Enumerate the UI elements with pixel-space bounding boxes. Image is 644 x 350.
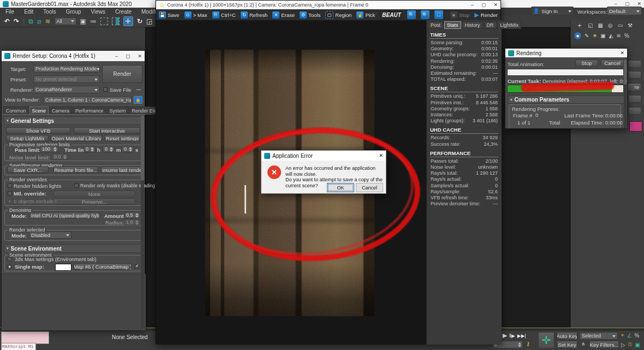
select-and-move-icon[interactable]: ✛ [123, 16, 133, 26]
lights-category-icon[interactable]: ☀ [592, 33, 597, 39]
display-tab-icon[interactable]: ▭ [618, 22, 623, 28]
unlink-selection-icon[interactable]: ⧄ [37, 17, 41, 25]
common-parameters-header[interactable]: ▾ Common Parameters [508, 96, 625, 104]
noise-level-limit-spinner[interactable]: 0,0 [52, 153, 68, 160]
denoising-amount-spinner[interactable]: 0,5 [124, 212, 140, 218]
go-to-end-icon[interactable]: ▶▶| [517, 333, 526, 339]
minimize-icon[interactable]: – [615, 1, 617, 7]
tab-system[interactable]: System [107, 106, 129, 115]
select-object-icon[interactable]: ▣ [80, 17, 86, 25]
render-only-masks-checkbox[interactable] [74, 183, 79, 188]
close-icon[interactable]: ✕ [493, 2, 498, 8]
render-setup-titlebar[interactable]: Render Setup: Corona 4 (Hotfix 1) – ▢ ✕ [2, 51, 145, 61]
menu-file[interactable]: File [5, 9, 14, 15]
vfb-stop-button[interactable]: ■Stop [450, 11, 470, 19]
setup-lightmix-button[interactable]: Setup LightMix [6, 135, 49, 141]
select-and-scale-icon[interactable]: ◲ [146, 17, 152, 25]
pass-limit-spinner[interactable]: 100 [40, 146, 58, 152]
selection-lock-icon[interactable]: ⚿ [628, 341, 633, 348]
set-key-button[interactable]: Set Key [557, 341, 577, 348]
rendering-dialog-scrollbar[interactable] [624, 58, 627, 128]
open-material-library-button[interactable]: Open Material Library [51, 135, 102, 141]
view-to-render-select[interactable]: Column 1, Column 1 - CoronaCamera_ropa f… [43, 96, 132, 104]
tab-history[interactable]: History [462, 21, 483, 29]
percent-snap-icon[interactable]: % [635, 333, 640, 339]
max-settings-radio[interactable] [7, 257, 12, 262]
auto-key-button[interactable]: Auto Key [557, 332, 577, 340]
maxscript-listener-label-field[interactable]: MAXScript Mi [1, 343, 36, 350]
time-limit-h-spinner[interactable]: 0 [84, 146, 96, 152]
close-icon[interactable]: ✕ [138, 54, 142, 59]
panel-button[interactable] [628, 71, 641, 79]
denoising-radius-spinner[interactable]: 1,0 [124, 219, 140, 226]
tab-common[interactable]: Common [3, 106, 29, 115]
vfb-pick-button[interactable]: ☝Pick [356, 11, 375, 19]
vfb-render-button[interactable]: ▶Render [474, 11, 498, 19]
maximize-icon[interactable]: ▢ [481, 2, 486, 8]
utilities-tab-icon[interactable]: ⚒ [628, 22, 633, 28]
undo-icon[interactable]: ↶ [4, 17, 10, 25]
maximize-icon[interactable]: ▢ [126, 54, 130, 59]
select-and-rotate-icon[interactable]: ↻ [137, 17, 142, 25]
render-shortcut-icon[interactable]: ▣ [635, 342, 640, 348]
minimize-icon[interactable]: – [115, 54, 118, 59]
close-icon[interactable]: ✕ [620, 50, 624, 56]
vfb-save-button[interactable]: 💾Save [159, 11, 180, 19]
key-filters-button[interactable]: Key Filters... [589, 341, 619, 348]
error-cancel-button[interactable]: Cancel [356, 183, 383, 192]
maxscript-mini-listener[interactable] [1, 331, 49, 344]
vfb-titlebar[interactable]: ☺ Corona 4 (Hotfix 1) | 1000×1567px (1:2… [156, 1, 500, 9]
menu-create[interactable]: Create [115, 9, 132, 15]
vfb-erase-button[interactable]: ✕Erase [272, 11, 295, 19]
menu-edit[interactable]: Edit [24, 9, 33, 15]
selection-set-select[interactable]: Selected [580, 332, 618, 340]
error-dialog-titlebar[interactable]: Application Error ✕ [261, 151, 386, 161]
vfb-to-max-button[interactable]: G> Max [184, 11, 207, 19]
zoom-out-icon[interactable]: 🔍 [421, 10, 430, 19]
target-select[interactable]: Production Rendering Mode [33, 65, 100, 73]
shapes-category-icon[interactable]: ✎ [585, 33, 589, 39]
sign-in-button[interactable]: 👤 Sign In [531, 7, 574, 15]
time-limit-m-spinner[interactable]: 0 [103, 146, 115, 152]
object-color-swatch[interactable] [629, 121, 642, 132]
tab-dr[interactable]: DR [484, 21, 497, 29]
rectangular-selection-region-icon[interactable] [100, 17, 108, 25]
render-selected-mode-select[interactable]: Disabled [29, 232, 71, 239]
rendering-titlebar[interactable]: Rendering ✕ [505, 49, 627, 57]
tab-stats[interactable]: Stats [444, 21, 461, 29]
menu-group[interactable]: Group [66, 9, 81, 15]
menu-views[interactable]: Views [91, 9, 106, 15]
modify-tab-icon[interactable]: ◱ [588, 22, 593, 28]
single-map-radio[interactable] [7, 264, 12, 269]
mtl-override-checkbox[interactable] [8, 191, 12, 195]
isolate-selection-icon[interactable]: ▷ [621, 342, 625, 348]
zoom-in-icon[interactable]: 🔍 [407, 10, 416, 19]
preset-select[interactable]: No preset selected [33, 75, 100, 83]
zoom-fit-icon[interactable]: ⛶ [434, 10, 443, 19]
environment-color-swatch[interactable] [55, 264, 71, 271]
helpers-category-icon[interactable]: ◭ [609, 33, 613, 39]
panel-button[interactable] [628, 107, 641, 115]
play-icon[interactable]: ▶ [503, 332, 507, 339]
rendering-stop-button[interactable]: Stop [575, 60, 598, 67]
save-cxr-button[interactable]: Save CXR... [7, 167, 49, 173]
general-settings-header[interactable]: ▾ General Settings [4, 116, 144, 125]
motion-tab-icon[interactable]: ◎ [608, 22, 613, 28]
workspace-select[interactable]: Default [607, 7, 642, 15]
vfb-region-button[interactable]: ▢Region [325, 11, 351, 19]
mtl-override-none-button[interactable]: None [53, 191, 135, 197]
tab-scene[interactable]: Scene [29, 106, 49, 115]
tab-performance[interactable]: Performance [73, 106, 106, 115]
close-icon[interactable]: ✕ [379, 153, 383, 158]
preserve-button[interactable]: Preserve... [53, 198, 135, 205]
panel-button[interactable] [628, 60, 641, 68]
systems-category-icon[interactable]: % [624, 33, 629, 39]
create-tab-icon[interactable]: ＋ [576, 21, 583, 30]
vfb-channel-select[interactable]: BEAUTY [380, 11, 402, 19]
resume-from-file-button[interactable]: Resume from file... [53, 167, 98, 173]
vfb-copy-button[interactable]: ⎘Ctrl+C [212, 11, 236, 19]
render-button[interactable]: Render [102, 65, 142, 83]
environment-map-checkbox[interactable] [135, 264, 139, 269]
tab-lightmix[interactable]: LightMix [498, 21, 522, 29]
cameras-category-icon[interactable]: ▣ [600, 33, 605, 39]
